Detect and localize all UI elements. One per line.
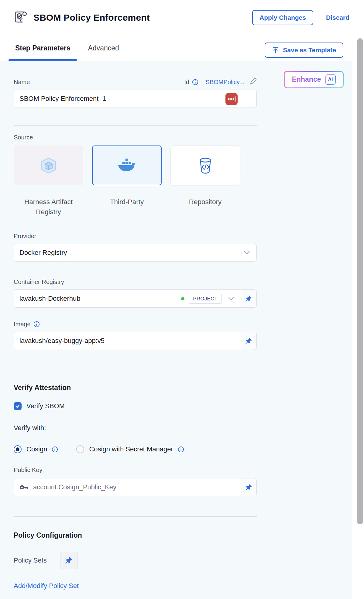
provider-value: Docker Registry bbox=[19, 249, 67, 257]
public-key-input[interactable]: account.Cosign_Public_Key bbox=[14, 478, 241, 496]
image-label-row: Image bbox=[14, 321, 257, 328]
scope-badge: PROJECT bbox=[189, 294, 222, 304]
tab-advanced-label: Advanced bbox=[88, 44, 119, 52]
name-input[interactable]: SBOM Policy Enforcement_1 bbox=[14, 90, 257, 108]
radio-cosign-secret-manager-label: Cosign with Secret Manager bbox=[89, 445, 173, 453]
radio-selected-icon[interactable] bbox=[14, 445, 22, 453]
image-input[interactable]: lavakush/easy-buggy-app:v5 bbox=[14, 332, 241, 350]
tab-bar: Step Parameters Advanced Save as Templat… bbox=[0, 35, 364, 61]
policy-sets-label: Policy Sets bbox=[14, 556, 47, 564]
check-icon bbox=[15, 403, 20, 409]
scrollbar-track[interactable] bbox=[352, 35, 364, 599]
verify-with-radio-group: Cosign Cosign with Secret Manager bbox=[14, 445, 257, 453]
pin-icon bbox=[245, 295, 252, 302]
page-title: SBOM Policy Enforcement bbox=[33, 12, 150, 23]
image-value: lavakush/easy-buggy-app:v5 bbox=[19, 337, 236, 345]
policy-configuration-heading: Policy Configuration bbox=[14, 531, 257, 539]
container-registry-value: lavakush-Dockerhub bbox=[19, 295, 177, 303]
pin-input-type-button[interactable] bbox=[241, 478, 256, 496]
step-parameters-content: Enhance AI Name Id : SBOMPolicy bbox=[0, 61, 364, 599]
name-label: Name bbox=[14, 79, 30, 86]
image-field: lavakush/easy-buggy-app:v5 bbox=[14, 332, 257, 350]
key-icon bbox=[19, 484, 29, 491]
ai-badge-icon: AI bbox=[325, 74, 336, 85]
enhance-label: Enhance bbox=[292, 75, 321, 84]
source-option-label: Third-Party bbox=[110, 197, 144, 207]
public-key-field: account.Cosign_Public_Key bbox=[14, 478, 257, 496]
sbom-scroll-check-icon bbox=[13, 10, 29, 26]
image-label: Image bbox=[14, 321, 31, 328]
discard-button[interactable]: Discard bbox=[326, 14, 349, 21]
id-separator: : bbox=[201, 79, 203, 86]
tab-step-parameters-label: Step Parameters bbox=[15, 44, 70, 52]
tab-step-parameters[interactable]: Step Parameters bbox=[9, 35, 77, 61]
info-icon[interactable] bbox=[52, 446, 58, 453]
chevron-down-icon[interactable] bbox=[228, 297, 234, 300]
pin-icon bbox=[65, 556, 73, 564]
save-as-template-label: Save as Template bbox=[283, 46, 336, 54]
name-input-value: SBOM Policy Enforcement_1 bbox=[19, 95, 106, 103]
chevron-down-icon bbox=[244, 251, 250, 255]
info-icon[interactable] bbox=[33, 321, 40, 327]
apply-changes-button[interactable]: Apply Changes bbox=[252, 10, 313, 25]
verify-sbom-checkbox-row[interactable]: Verify SBOM bbox=[14, 402, 257, 410]
harness-artifact-registry-icon bbox=[39, 156, 58, 175]
discard-label: Discard bbox=[326, 14, 349, 21]
source-option-third-party[interactable]: Third-Party bbox=[92, 145, 162, 217]
docker-whale-icon bbox=[117, 158, 137, 173]
radio-cosign-secret-manager[interactable]: Cosign with Secret Manager bbox=[76, 445, 184, 453]
public-key-label: Public Key bbox=[14, 467, 257, 474]
enhance-ai-button[interactable]: Enhance AI bbox=[284, 71, 344, 88]
verify-attestation-heading: Verify Attestation bbox=[14, 384, 257, 392]
scrollbar-thumb[interactable] bbox=[357, 38, 363, 524]
provider-label: Provider bbox=[14, 233, 257, 240]
apply-changes-label: Apply Changes bbox=[259, 14, 306, 21]
verify-sbom-checkbox[interactable] bbox=[14, 402, 22, 410]
repository-icon bbox=[197, 157, 213, 174]
policy-sets-row: Policy Sets bbox=[14, 552, 257, 569]
upload-icon bbox=[272, 46, 279, 54]
divider bbox=[14, 516, 257, 517]
step-id-group: Id : SBOMPolicy... bbox=[184, 78, 257, 87]
info-icon[interactable] bbox=[192, 79, 198, 85]
input-options-icon[interactable] bbox=[225, 93, 238, 105]
connector-status-dot bbox=[181, 297, 184, 300]
pin-icon bbox=[245, 337, 252, 344]
container-registry-input[interactable]: lavakush-Dockerhub PROJECT bbox=[14, 290, 241, 307]
pin-icon bbox=[245, 484, 252, 491]
sbom-policy-enforcement-panel: SBOM Policy Enforcement Apply Changes Di… bbox=[0, 0, 364, 599]
source-option-label: Harness Artifact Registry bbox=[14, 197, 83, 217]
policy-sets-pin-button[interactable] bbox=[60, 552, 78, 569]
pin-input-type-button[interactable] bbox=[241, 290, 256, 307]
name-row: Name Id : SBOMPolicy... bbox=[14, 78, 257, 87]
divider bbox=[14, 369, 257, 369]
pin-input-type-button[interactable] bbox=[241, 332, 256, 350]
edit-id-pencil-icon[interactable] bbox=[249, 78, 257, 87]
source-cards: Harness Artifact Registry bbox=[14, 145, 257, 217]
verify-with-label: Verify with: bbox=[14, 424, 257, 432]
radio-cosign[interactable]: Cosign bbox=[14, 445, 58, 453]
tab-advanced[interactable]: Advanced bbox=[81, 35, 126, 61]
id-label: Id bbox=[184, 79, 189, 86]
source-option-label: Repository bbox=[189, 197, 222, 207]
container-registry-label: Container Registry bbox=[14, 279, 257, 286]
add-modify-policy-set-link[interactable]: Add/Modify Policy Set bbox=[14, 582, 79, 590]
save-as-template-button[interactable]: Save as Template bbox=[265, 43, 343, 58]
panel-header: SBOM Policy Enforcement Apply Changes Di… bbox=[0, 0, 364, 35]
divider bbox=[14, 125, 257, 126]
id-value: SBOMPolicy... bbox=[206, 79, 244, 86]
info-icon[interactable] bbox=[178, 446, 184, 453]
source-option-harness-artifact-registry[interactable]: Harness Artifact Registry bbox=[14, 145, 83, 217]
verify-sbom-label: Verify SBOM bbox=[26, 402, 65, 410]
source-option-repository[interactable]: Repository bbox=[170, 145, 240, 217]
source-label: Source bbox=[14, 134, 257, 141]
container-registry-field: lavakush-Dockerhub PROJECT bbox=[14, 289, 257, 308]
provider-select[interactable]: Docker Registry bbox=[14, 244, 257, 262]
radio-unselected-icon[interactable] bbox=[76, 445, 84, 453]
radio-cosign-label: Cosign bbox=[26, 445, 47, 453]
public-key-value: account.Cosign_Public_Key bbox=[33, 483, 236, 491]
